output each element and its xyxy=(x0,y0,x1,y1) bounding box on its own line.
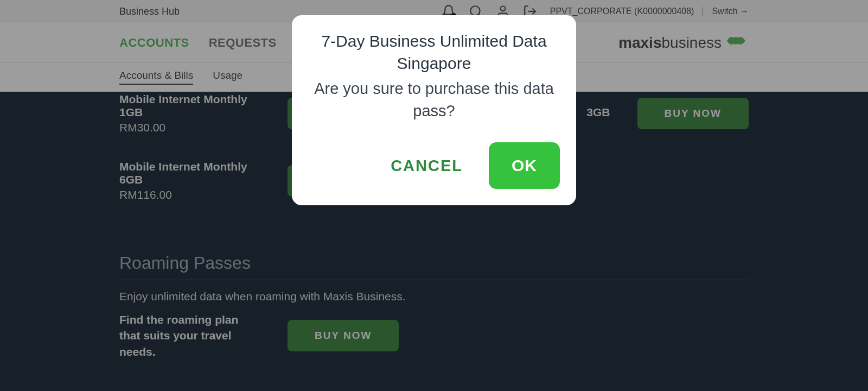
modal-message: Are you sure to purchase this data pass? xyxy=(308,78,560,122)
modal-actions: CANCEL OK xyxy=(308,142,560,189)
ok-button[interactable]: OK xyxy=(489,142,560,189)
modal-overlay[interactable]: 7-Day Business Unlimited Data Singapore … xyxy=(0,0,868,391)
confirm-modal: 7-Day Business Unlimited Data Singapore … xyxy=(292,15,576,205)
modal-title: 7-Day Business Unlimited Data Singapore xyxy=(308,30,560,74)
cancel-button[interactable]: CANCEL xyxy=(391,157,463,175)
